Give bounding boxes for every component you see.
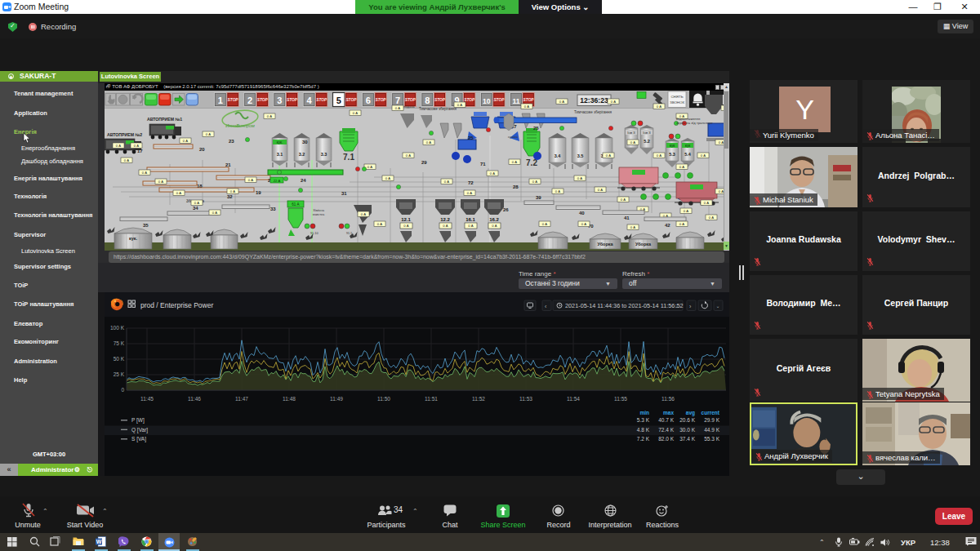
svg-text:кук: кук [670, 144, 675, 148]
svg-text:⌄: ⌄ [716, 304, 720, 309]
svg-text:3.3: 3.3 [321, 152, 327, 157]
svg-text:0 А: 0 А [679, 165, 684, 169]
svg-text:Тимчасове зберігання: Тимчасове зберігання [419, 107, 457, 111]
svg-text:зерна на з/д транспорт: зерна на з/д транспорт [676, 121, 713, 125]
svg-text:0 А: 0 А [385, 176, 390, 180]
svg-text:4.8 K: 4.8 K [637, 427, 650, 433]
svg-text:STOP: STOP [464, 98, 475, 102]
svg-text:0 А: 0 А [368, 165, 372, 169]
svg-text:91.10: 91.10 [310, 232, 318, 235]
svg-text:3.4: 3.4 [555, 153, 562, 158]
svg-text:44.9 K: 44.9 K [704, 427, 719, 433]
svg-text:подача: подача [403, 104, 415, 109]
svg-text:0 А: 0 А [679, 222, 684, 226]
svg-text:current: current [702, 410, 720, 415]
svg-text:prod / Enterprise Power: prod / Enterprise Power [140, 301, 213, 309]
svg-text:25: 25 [468, 136, 474, 140]
svg-text:ИнноВинпром: ИнноВинпром [225, 123, 255, 128]
svg-text:0 А: 0 А [524, 104, 529, 109]
svg-text:0 А: 0 А [630, 140, 635, 144]
svg-text:0 А: 0 А [704, 201, 709, 205]
svg-text:16.2: 16.2 [489, 217, 499, 222]
svg-text:11:55: 11:55 [614, 396, 627, 402]
svg-text:Тимчасове зберігання: Тимчасове зберігання [574, 110, 612, 114]
svg-text:35: 35 [143, 223, 149, 228]
svg-text:0 А: 0 А [606, 153, 611, 158]
svg-text:34: 34 [193, 206, 198, 211]
svg-text:0 А: 0 А [657, 104, 662, 109]
svg-text:11:56: 11:56 [662, 396, 675, 402]
svg-text:max: max [663, 410, 674, 415]
svg-text:11:45: 11:45 [140, 396, 154, 402]
svg-text:P [W]: P [W] [131, 417, 145, 424]
svg-text:91.5: 91.5 [346, 232, 352, 235]
svg-text:кук.: кук. [277, 140, 283, 144]
svg-text:0 А: 0 А [457, 103, 462, 107]
svg-text:25 K: 25 K [114, 371, 125, 377]
svg-text:0 А: 0 А [134, 144, 139, 148]
svg-text:АВТОПРИЕМ №1: АВТОПРИЕМ №1 [147, 117, 182, 122]
svg-text:11:52: 11:52 [472, 396, 485, 402]
svg-text:11:51: 11:51 [425, 396, 438, 402]
svg-text:12.2: 12.2 [440, 217, 450, 222]
svg-text:7.2 K: 7.2 K [637, 436, 650, 442]
svg-text:0 А: 0 А [206, 132, 211, 136]
svg-text:0 А: 0 А [492, 224, 497, 228]
svg-text:0 А: 0 А [559, 100, 564, 104]
svg-text:0 А: 0 А [657, 153, 662, 158]
svg-text:0 А: 0 А [621, 198, 626, 202]
svg-text:12.1: 12.1 [401, 217, 411, 222]
svg-text:42: 42 [665, 223, 670, 228]
svg-text:0 А: 0 А [116, 144, 121, 148]
svg-text:сушка: сушка [508, 135, 518, 139]
svg-text:20: 20 [199, 147, 205, 152]
svg-text:3.5: 3.5 [577, 153, 584, 158]
svg-text:3.2: 3.2 [299, 152, 305, 157]
svg-text:STOP: STOP [405, 98, 416, 102]
svg-text:0: 0 [121, 387, 124, 393]
svg-text:STOP: STOP [228, 98, 239, 102]
svg-text:21: 21 [225, 162, 231, 167]
svg-text:61 А: 61 А [292, 202, 299, 207]
svg-text:50 K: 50 K [114, 356, 125, 362]
svg-text:0 А: 0 А [176, 191, 181, 195]
svg-text:0 А: 0 А [142, 171, 147, 175]
svg-text:0 А: 0 А [684, 209, 688, 213]
svg-text:100 K: 100 K [110, 325, 125, 331]
svg-text:3.1: 3.1 [277, 152, 283, 157]
svg-text:0 А: 0 А [709, 216, 714, 220]
svg-text:0 А: 0 А [183, 139, 188, 143]
svg-text:1: 1 [218, 96, 223, 105]
svg-text:кук: кук [685, 144, 690, 148]
svg-text:37.4 K: 37.4 K [679, 436, 695, 442]
svg-text:41: 41 [624, 216, 630, 220]
svg-text:7: 7 [395, 96, 400, 105]
svg-text:11: 11 [512, 97, 519, 105]
svg-text:очистка: очистка [313, 212, 325, 216]
svg-text:5.3: 5.3 [669, 152, 675, 157]
svg-text:Інв 3: Інв 3 [627, 131, 635, 135]
svg-text:82.0 K: 82.0 K [658, 436, 674, 442]
svg-text:22 А: 22 А [274, 179, 281, 183]
svg-text:26: 26 [503, 207, 509, 212]
svg-text:39: 39 [536, 195, 541, 200]
svg-text:75 K: 75 K [114, 340, 125, 346]
svg-text:0 А: 0 А [194, 201, 199, 205]
svg-text:STOP: STOP [287, 98, 298, 102]
svg-text:2021-05-14 11:44:36 to 2021-05: 2021-05-14 11:44:36 to 2021-05-14 11:56:… [565, 302, 684, 309]
svg-text:0 А: 0 А [467, 191, 472, 195]
svg-text:10: 10 [483, 97, 491, 105]
svg-text:Уборка: Уборка [597, 242, 613, 247]
svg-text:0 А: 0 А [512, 160, 517, 164]
svg-text:0 А: 0 А [630, 225, 635, 229]
svg-text:11:49: 11:49 [330, 396, 343, 402]
svg-text:55.3 K: 55.3 K [704, 436, 719, 442]
svg-text:29.9 K: 29.9 K [704, 417, 719, 423]
svg-text:5: 5 [336, 96, 341, 105]
svg-text:0 А: 0 А [701, 153, 706, 158]
svg-text:30.0 K: 30.0 K [679, 427, 695, 433]
svg-text:0 А: 0 А [444, 180, 449, 184]
svg-text:0 А: 0 А [542, 222, 547, 226]
svg-text:7.1: 7.1 [343, 153, 354, 162]
svg-text:5.4: 5.4 [684, 152, 692, 157]
